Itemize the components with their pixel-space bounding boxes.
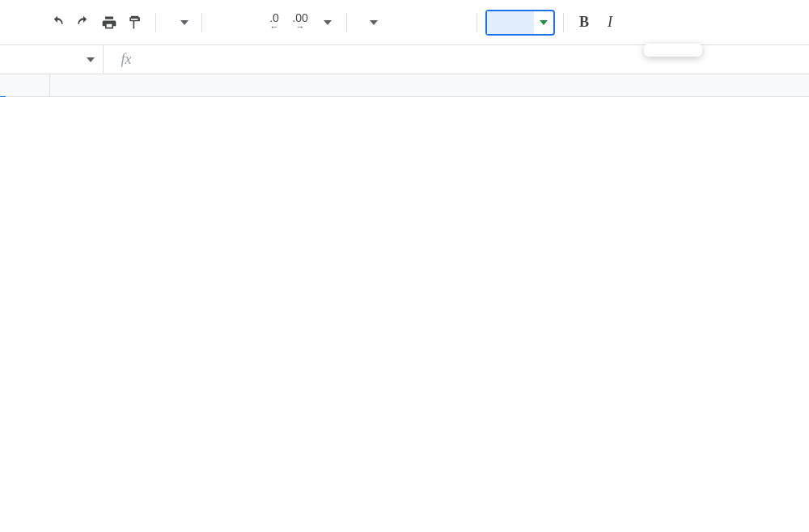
decrease-decimal-icon: .0← (269, 14, 279, 31)
format-percent-button[interactable] (236, 11, 260, 35)
more-formats-button[interactable] (314, 11, 338, 35)
bold-button[interactable]: B (572, 11, 596, 35)
redo-button[interactable] (71, 11, 95, 35)
paint-format-icon (127, 15, 143, 31)
separator (201, 13, 202, 32)
print-button[interactable] (97, 11, 121, 35)
name-box[interactable] (0, 45, 104, 74)
chevron-down-icon (370, 20, 378, 25)
italic-button[interactable]: I (598, 11, 622, 35)
paint-format-button[interactable] (123, 11, 147, 35)
chevron-down-icon (324, 20, 332, 25)
increase-decimal-icon: .00→ (292, 14, 307, 31)
print-icon (101, 15, 117, 31)
fx-icon: fx (104, 51, 149, 68)
undo-button[interactable] (45, 11, 70, 35)
separator (563, 13, 564, 32)
spreadsheet-grid (0, 74, 809, 97)
formula-input[interactable] (149, 53, 809, 67)
zoom-select[interactable] (164, 20, 193, 25)
decrease-decimal-button[interactable]: .0← (262, 11, 286, 35)
separator (346, 13, 347, 32)
redo-icon (75, 15, 91, 31)
bold-icon: B (579, 14, 589, 31)
format-currency-button[interactable] (210, 11, 235, 35)
increase-decimal-button[interactable]: .00→ (288, 11, 312, 35)
separator (155, 13, 156, 32)
chevron-down-icon (87, 57, 95, 62)
chevron-down-icon (540, 20, 548, 25)
font-size-dropdown-toggle[interactable] (534, 20, 553, 25)
italic-icon: I (608, 14, 612, 31)
toolbar: .0← .00→ B I (0, 0, 809, 45)
font-size-dropdown (644, 44, 702, 57)
separator (477, 13, 477, 32)
font-size-input[interactable] (487, 11, 534, 34)
undo-icon (49, 15, 66, 31)
select-all-corner[interactable] (0, 74, 50, 96)
column-header-row (0, 74, 809, 97)
font-size-select[interactable] (485, 10, 555, 36)
chevron-down-icon (180, 20, 188, 25)
font-family-select[interactable] (355, 20, 468, 25)
